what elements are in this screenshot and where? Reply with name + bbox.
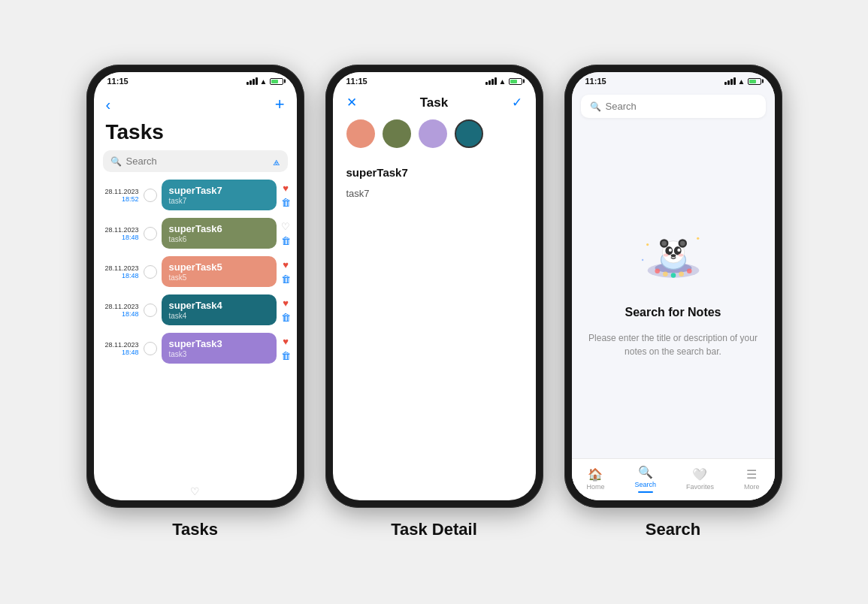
task-row: 28.11.2023 18:48 superTask5 task5 ♥ 🗑 bbox=[100, 256, 291, 287]
battery-fill bbox=[271, 80, 279, 83]
home-icon: 🏠 bbox=[588, 467, 603, 482]
wifi-icon-3: ▲ bbox=[738, 77, 746, 86]
task-checkbox[interactable] bbox=[144, 342, 157, 355]
bottom-nav: 🏠 Home 🔍 Search 🤍 Favorites bbox=[572, 458, 775, 500]
phone2-wrapper: 11:15 ▲ bbox=[325, 65, 543, 539]
task-card-title: superTask5 bbox=[169, 261, 269, 273]
color-dot-salmon[interactable] bbox=[346, 119, 375, 148]
signal-bar bbox=[488, 80, 491, 85]
svg-point-12 bbox=[670, 254, 676, 257]
phone3-wrapper: 11:15 ▲ bbox=[564, 65, 782, 539]
nav-item-favorites[interactable]: 🤍 Favorites bbox=[686, 467, 714, 491]
phone1-shell: 11:15 ▲ bbox=[86, 65, 304, 508]
phone2-shell: 11:15 ▲ bbox=[325, 65, 543, 508]
task-card[interactable]: superTask3 task3 bbox=[162, 333, 277, 364]
heart-icon[interactable]: ♥ bbox=[283, 183, 289, 194]
trash-icon[interactable]: 🗑 bbox=[281, 312, 291, 323]
wifi-icon: ▲ bbox=[260, 77, 268, 86]
task-card-sub: task3 bbox=[169, 350, 269, 358]
signal-bar bbox=[727, 80, 730, 85]
search-bar-container[interactable]: 🔍 bbox=[581, 95, 766, 118]
task-card-sub: task5 bbox=[169, 273, 269, 282]
battery-icon-2 bbox=[509, 78, 522, 85]
phone2-screen: 11:15 ▲ bbox=[333, 72, 536, 500]
trash-icon[interactable]: 🗑 bbox=[281, 273, 291, 285]
tasks-title: Tasks bbox=[94, 117, 297, 150]
detail-task-title: superTask7 bbox=[333, 160, 536, 182]
heart-icon[interactable]: ♥ bbox=[283, 297, 289, 309]
nav-item-more[interactable]: ☰ More bbox=[744, 467, 760, 491]
task-row: 28.11.2023 18:48 superTask6 task6 ♡ 🗑 bbox=[100, 218, 291, 249]
detail-header: ✕ Task ✓ bbox=[333, 89, 536, 119]
signal-bars-3 bbox=[724, 77, 736, 85]
status-bar-3: 11:15 ▲ bbox=[572, 72, 775, 89]
back-button[interactable]: ‹ bbox=[106, 96, 111, 113]
task-card[interactable]: superTask5 task5 bbox=[162, 256, 277, 287]
svg-point-13 bbox=[663, 253, 668, 256]
trash-icon[interactable]: 🗑 bbox=[281, 235, 291, 246]
status-time-1: 11:15 bbox=[107, 77, 129, 86]
color-dot-olive[interactable] bbox=[383, 119, 411, 148]
status-time-2: 11:15 bbox=[346, 77, 367, 86]
phone1-wrapper: 11:15 ▲ bbox=[86, 65, 304, 539]
tasks-header: ‹ + bbox=[94, 89, 297, 117]
search-icon-3: 🔍 bbox=[590, 101, 601, 112]
phone3-label: Search bbox=[646, 520, 700, 539]
task-checkbox[interactable] bbox=[144, 227, 157, 240]
battery-icon-3 bbox=[748, 78, 761, 85]
color-dot-lavender[interactable] bbox=[419, 119, 447, 148]
status-bar-2: 11:15 ▲ bbox=[333, 72, 536, 89]
nav-item-search[interactable]: 🔍 Search bbox=[634, 465, 656, 493]
svg-point-6 bbox=[661, 240, 667, 246]
task-card[interactable]: superTask4 task4 bbox=[162, 294, 277, 325]
task-card[interactable]: superTask6 task6 bbox=[162, 218, 277, 249]
task-list: 28.11.2023 18:52 superTask7 task7 ♥ 🗑 bbox=[94, 180, 297, 481]
task-card-title: superTask3 bbox=[169, 338, 269, 349]
search-input[interactable] bbox=[126, 156, 280, 167]
task-checkbox[interactable] bbox=[144, 265, 157, 279]
task-checkbox[interactable] bbox=[144, 304, 157, 317]
signal-bar bbox=[724, 82, 727, 85]
tasks-search-bar[interactable]: 🔍 ⟁ bbox=[103, 150, 288, 172]
nav-item-home[interactable]: 🏠 Home bbox=[586, 467, 604, 491]
nav-label-favorites: Favorites bbox=[686, 483, 714, 491]
add-button[interactable]: + bbox=[275, 95, 285, 114]
detail-title: Task bbox=[420, 95, 449, 110]
task-time: 18:52 bbox=[122, 195, 139, 203]
status-bar-1: 11:15 ▲ bbox=[94, 72, 297, 89]
svg-point-17 bbox=[670, 273, 676, 278]
task-date-col: 28.11.2023 18:52 bbox=[100, 188, 139, 203]
task-date: 28.11.2023 bbox=[104, 264, 138, 272]
heart-icon[interactable]: ♡ bbox=[281, 221, 290, 232]
heart-icon[interactable]: ♥ bbox=[283, 336, 289, 347]
signal-bar bbox=[250, 80, 252, 85]
color-dot-dark-teal[interactable] bbox=[455, 119, 483, 148]
status-time-3: 11:15 bbox=[585, 77, 606, 86]
confirm-button[interactable]: ✓ bbox=[512, 95, 522, 110]
signal-bars-1 bbox=[246, 77, 258, 85]
color-picker bbox=[333, 119, 536, 160]
nav-label-home: Home bbox=[586, 483, 604, 491]
search-empty-state: Search for Notes Please enter the title … bbox=[572, 125, 775, 458]
trash-icon[interactable]: 🗑 bbox=[281, 350, 291, 361]
status-icons-1: ▲ bbox=[246, 77, 283, 86]
battery-icon bbox=[270, 78, 283, 85]
svg-point-11 bbox=[677, 248, 680, 251]
search-input-3[interactable] bbox=[606, 101, 757, 112]
status-icons-2: ▲ bbox=[485, 77, 522, 86]
signal-bar bbox=[485, 82, 488, 85]
task-time: 18:48 bbox=[122, 272, 139, 279]
signal-bar bbox=[733, 77, 736, 85]
more-icon: ☰ bbox=[746, 467, 757, 482]
trash-icon[interactable]: 🗑 bbox=[281, 197, 291, 208]
close-button[interactable]: ✕ bbox=[346, 95, 357, 110]
filter-icon[interactable]: ⟁ bbox=[273, 155, 280, 168]
search-icon: 🔍 bbox=[110, 156, 122, 167]
phone1-screen: 11:15 ▲ bbox=[94, 72, 297, 500]
task-time: 18:48 bbox=[122, 234, 139, 241]
signal-bar bbox=[730, 79, 733, 85]
svg-point-14 bbox=[678, 253, 683, 256]
task-card[interactable]: superTask7 task7 bbox=[162, 180, 277, 210]
heart-icon[interactable]: ♥ bbox=[283, 259, 289, 270]
task-checkbox[interactable] bbox=[144, 189, 157, 202]
